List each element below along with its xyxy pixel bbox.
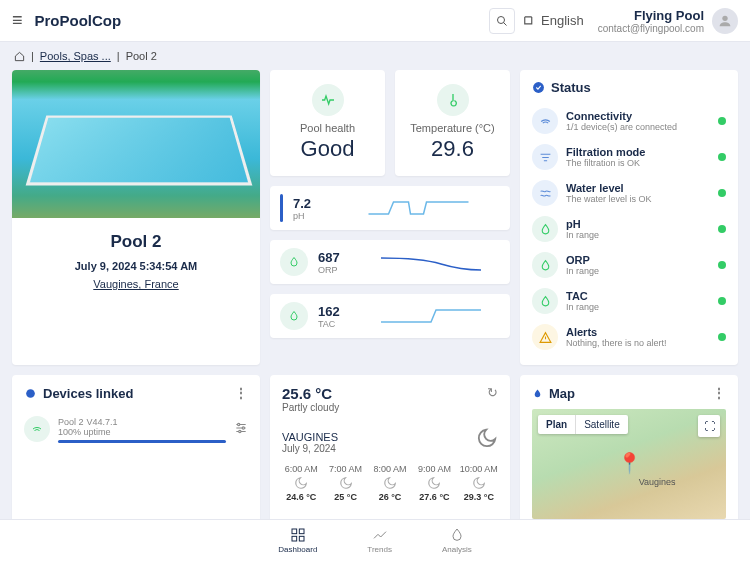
status-item-sub: 1/1 device(s) are connected	[566, 122, 710, 132]
home-icon[interactable]	[14, 51, 25, 62]
status-item-sub: Nothing, there is no alert!	[566, 338, 710, 348]
pool-image	[12, 70, 260, 218]
pool-title: Pool 2	[26, 232, 246, 252]
svg-point-6	[239, 430, 241, 432]
pulse-icon	[312, 84, 344, 116]
map-view[interactable]: PlanSatellite ⛶ 📍 Vaugines	[532, 409, 726, 519]
breadcrumb: | Pools, Spas ... | Pool 2	[0, 42, 750, 70]
tac-label: TAC	[318, 319, 352, 329]
drop-icon	[280, 302, 308, 330]
health-value: Good	[278, 136, 377, 162]
svg-rect-7	[292, 529, 297, 534]
pool-datetime: July 9, 2024 5:34:54 AM	[26, 260, 246, 272]
moon-icon	[339, 476, 353, 490]
svg-point-2	[533, 82, 544, 93]
weather-hour: 7:00 AM25 °C	[326, 464, 364, 502]
status-row[interactable]: Filtration modeThe filtration is OK	[532, 139, 726, 175]
status-row[interactable]: pHIn range	[532, 211, 726, 247]
bottom-nav: Dashboard Trends Analysis	[0, 519, 750, 561]
health-card: Pool health Good	[270, 70, 385, 176]
ph-metric[interactable]: 7.2pH	[270, 186, 510, 230]
status-item-title: pH	[566, 218, 710, 230]
breadcrumb-root[interactable]: Pools, Spas ...	[40, 50, 111, 62]
pool-location[interactable]: Vaugines, France	[26, 278, 246, 290]
status-row[interactable]: TACIn range	[532, 283, 726, 319]
refresh-icon[interactable]: ↻	[487, 385, 498, 400]
weather-hour: 8:00 AM26 °C	[371, 464, 409, 502]
status-title: Status	[551, 80, 591, 95]
map-location-label: Vaugines	[639, 477, 676, 487]
devices-more-icon[interactable]: ⋮	[234, 385, 248, 401]
status-item-sub: The filtration is OK	[566, 158, 710, 168]
wifi-icon	[532, 108, 558, 134]
svg-point-4	[238, 423, 240, 425]
tac-sparkline	[362, 304, 500, 328]
check-circle-icon	[532, 81, 545, 94]
thermometer-icon	[437, 84, 469, 116]
fullscreen-icon[interactable]: ⛶	[698, 415, 720, 437]
status-item-sub: In range	[566, 302, 710, 312]
ph-label: pH	[293, 211, 327, 221]
map-plan-button[interactable]: Plan	[538, 415, 576, 434]
status-dot	[718, 261, 726, 269]
map-satellite-button[interactable]: Satellite	[576, 415, 628, 434]
map-more-icon[interactable]: ⋮	[712, 385, 726, 401]
status-row[interactable]: Connectivity1/1 device(s) are connected	[532, 103, 726, 139]
map-type-control[interactable]: PlanSatellite	[538, 415, 628, 434]
orp-sparkline	[362, 250, 500, 274]
status-item-title: Connectivity	[566, 110, 710, 122]
weather-temp: 25.6 °C	[282, 385, 339, 402]
temperature-value: 29.6	[403, 136, 502, 162]
weather-hour: 10:00 AM29.3 °C	[460, 464, 498, 502]
nav-dashboard[interactable]: Dashboard	[278, 527, 317, 554]
devices-title: Devices linked	[43, 386, 133, 401]
avatar[interactable]	[712, 8, 738, 34]
devices-card: Devices linked⋮ Pool 2 V44.7.1 100% upti…	[12, 375, 260, 529]
temperature-label: Temperature (°C)	[403, 122, 502, 134]
status-dot	[718, 153, 726, 161]
status-dot	[718, 297, 726, 305]
menu-icon[interactable]: ≡	[12, 10, 23, 31]
status-dot	[718, 225, 726, 233]
user-info[interactable]: Flying Pool contact@flyingpool.com	[598, 8, 704, 34]
device-row[interactable]: Pool 2 V44.7.1 100% uptime	[24, 409, 248, 449]
status-row[interactable]: Water levelThe water level is OK	[532, 175, 726, 211]
svg-rect-9	[292, 536, 297, 541]
weather-hour: 6:00 AM24.6 °C	[282, 464, 320, 502]
svg-point-5	[242, 426, 244, 428]
status-item-sub: In range	[566, 230, 710, 240]
orp-label: ORP	[318, 265, 352, 275]
status-item-title: Water level	[566, 182, 710, 194]
nav-trends[interactable]: Trends	[367, 527, 392, 554]
nav-analysis[interactable]: Analysis	[442, 527, 472, 554]
weather-condition: Partly cloudy	[282, 402, 339, 413]
tac-value: 162	[318, 304, 352, 319]
language-selector[interactable]: English	[523, 13, 584, 28]
temperature-card: Temperature (°C) 29.6	[395, 70, 510, 176]
status-row[interactable]: AlertsNothing, there is no alert!	[532, 319, 726, 355]
map-card: Map⋮ PlanSatellite ⛶ 📍 Vaugines	[520, 375, 738, 529]
brand-title: ProPoolCop	[35, 12, 122, 29]
wifi-icon	[24, 416, 50, 442]
map-pin-icon: 📍	[617, 451, 642, 475]
user-email: contact@flyingpool.com	[598, 23, 704, 34]
moon-icon	[476, 427, 498, 449]
filter-icon	[532, 144, 558, 170]
status-dot	[718, 189, 726, 197]
orp-metric[interactable]: 687ORP	[270, 240, 510, 284]
level-icon	[532, 180, 558, 206]
top-bar: ≡ ProPoolCop English Flying Pool contact…	[0, 0, 750, 42]
moon-icon	[383, 476, 397, 490]
health-label: Pool health	[278, 122, 377, 134]
svg-point-1	[722, 15, 727, 20]
status-item-title: Filtration mode	[566, 146, 710, 158]
weather-hour: 9:00 AM27.6 °C	[415, 464, 453, 502]
status-item-title: TAC	[566, 290, 710, 302]
tac-metric[interactable]: 162TAC	[270, 294, 510, 338]
status-dot	[718, 333, 726, 341]
language-label: English	[541, 13, 584, 28]
status-row[interactable]: ORPIn range	[532, 247, 726, 283]
warn-icon	[532, 324, 558, 350]
search-button[interactable]	[489, 8, 515, 34]
device-settings-icon[interactable]	[234, 421, 248, 438]
